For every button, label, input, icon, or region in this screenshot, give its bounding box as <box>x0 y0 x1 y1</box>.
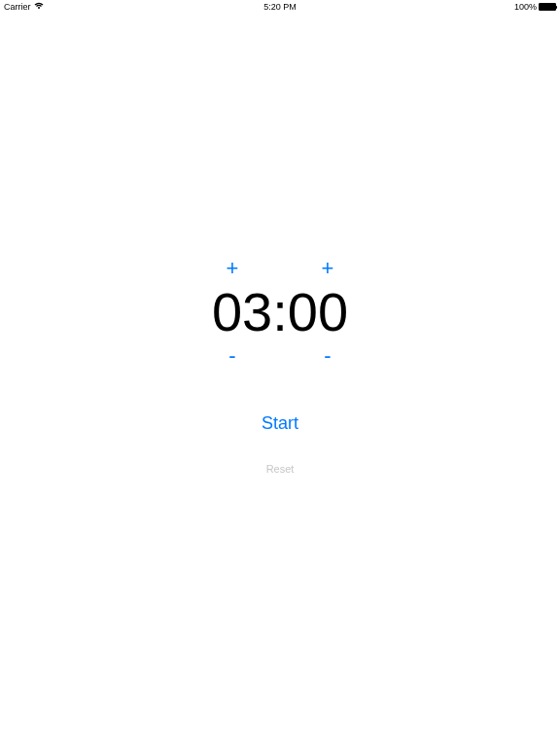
plus-row: + + <box>223 258 337 279</box>
reset-button[interactable]: Reset <box>266 463 295 475</box>
wifi-icon <box>34 2 44 12</box>
status-bar: Carrier 5:20 PM 100% <box>0 0 560 14</box>
status-left: Carrier <box>4 2 44 12</box>
status-time: 5:20 PM <box>263 2 297 12</box>
battery-icon <box>539 3 556 11</box>
increment-seconds-button[interactable]: + <box>318 258 337 279</box>
status-right: 100% <box>514 2 556 12</box>
decrement-seconds-button[interactable]: - <box>318 345 337 367</box>
minus-row: - - <box>223 345 337 367</box>
increment-minutes-button[interactable]: + <box>223 258 242 279</box>
time-display: 03:00 <box>212 285 348 339</box>
timer-area: + + 03:00 - - <box>0 258 560 367</box>
battery-percent: 100% <box>514 2 537 12</box>
carrier-label: Carrier <box>4 2 31 12</box>
decrement-minutes-button[interactable]: - <box>223 345 242 367</box>
start-button[interactable]: Start <box>262 413 298 434</box>
